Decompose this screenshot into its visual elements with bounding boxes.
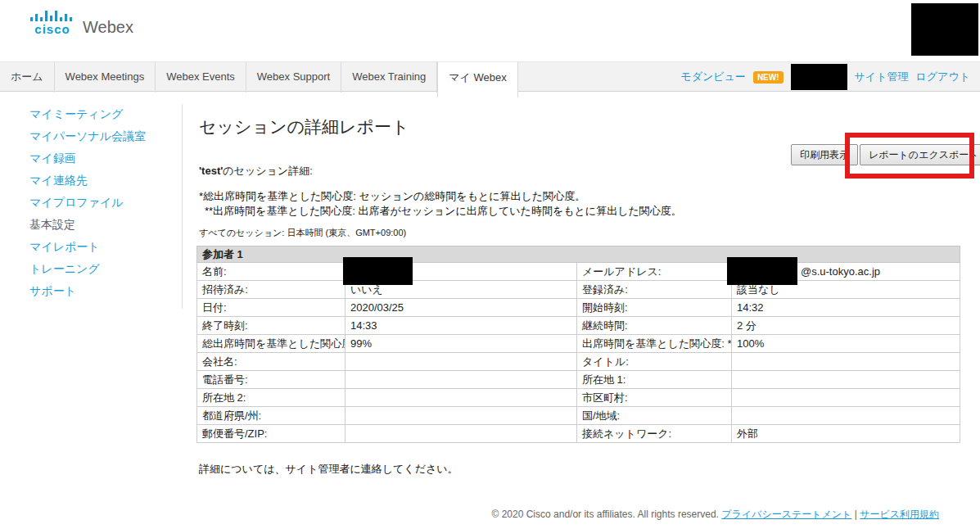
webex-logo-text: Webex: [83, 19, 133, 35]
nav-tab[interactable]: Webex Support: [246, 62, 341, 93]
table-row: 日付:2020/03/25開始時刻:14:32: [197, 299, 960, 317]
field-label: 名前:: [197, 263, 345, 281]
table-row: 招待済み:いいえ登録済み:該当なし: [197, 281, 960, 299]
field-value: 100%: [732, 335, 960, 353]
redacted-region: [911, 3, 978, 56]
table-row: 総出席時間を基準とした関心度: *99%出席時間を基準とした関心度: **100…: [197, 335, 960, 353]
attention-note-attended: **出席時間を基準とした関心度: 出席者がセッションに出席していた時間をもとに算…: [205, 204, 682, 219]
field-label: 国/地域:: [577, 407, 732, 425]
nav-tab[interactable]: Webex Meetings: [55, 62, 156, 93]
new-badge: NEW!: [753, 71, 784, 84]
participant-detail-table: 参加者 1 名前:メールアドレス:@s.u-tokyo.ac.jp招待済み:いい…: [196, 246, 960, 443]
copyright-text: © 2020 Cisco and/or its affiliates. All …: [491, 509, 718, 520]
contact-admin-note: 詳細については、サイト管理者に連絡してください。: [199, 462, 458, 477]
sidebar-link[interactable]: サポート: [29, 284, 76, 297]
sidebar-link[interactable]: トレーニング: [29, 262, 100, 275]
cisco-bars-icon: [29, 10, 75, 23]
sidebar-item: マイミーティング: [29, 106, 146, 118]
field-label: 招待済み:: [197, 281, 345, 299]
participant-header: 参加者 1: [197, 246, 960, 263]
field-value: [732, 389, 960, 407]
field-label: 日付:: [197, 299, 345, 317]
sidebar-link[interactable]: マイ連絡先: [29, 174, 88, 187]
field-label: 開始時刻:: [577, 299, 732, 317]
cisco-logo-text: cisco: [34, 23, 70, 35]
nav-tab[interactable]: Webex Training: [341, 62, 437, 93]
field-label: 継続時間:: [577, 317, 732, 335]
sidebar-link[interactable]: 基本設定: [29, 218, 75, 231]
field-label: メールアドレス:: [577, 263, 732, 281]
field-label: 電話番号:: [197, 371, 345, 389]
field-value: [732, 371, 960, 389]
sidebar-item: マイプロファイル: [29, 195, 146, 206]
sidebar-item: マイ録画: [29, 151, 146, 162]
nav-tab[interactable]: ホーム: [0, 62, 55, 93]
sidebar-link[interactable]: マイ録画: [29, 151, 76, 165]
field-label: 接続ネットワーク:: [577, 425, 732, 443]
logout-link[interactable]: ログアウト: [915, 70, 970, 84]
sidebar-link[interactable]: マイプロファイル: [29, 196, 124, 209]
sidebar-link[interactable]: マイパーソナル会議室: [29, 129, 146, 142]
table-row: 都道府県/州:国/地域:: [197, 407, 960, 425]
sidebar-link[interactable]: マイミーティング: [29, 107, 123, 120]
table-row: 電話番号:所在地 1:: [197, 371, 960, 389]
field-value: [345, 407, 577, 425]
field-label: 都道府県/州:: [197, 407, 345, 425]
site-admin-link[interactable]: サイト管理: [855, 70, 909, 84]
field-value: 2020/03/25: [345, 299, 577, 317]
sidebar-item: トレーニング: [29, 261, 146, 273]
attention-note-total: *総出席時間を基準とした関心度: セッションの総時間をもとに算出した関心度。: [199, 189, 585, 204]
sidebar-item: マイレポート: [29, 239, 146, 251]
field-label: 登録済み:: [577, 281, 732, 299]
sidebar-divider: [182, 104, 183, 309]
field-label: タイトル:: [577, 353, 732, 371]
footer-copyright: © 2020 Cisco and/or its affiliates. All …: [491, 508, 939, 522]
field-label: 会社名:: [197, 353, 345, 371]
redacted-email-local-part: [727, 257, 797, 285]
cisco-webex-logo: cisco Webex: [29, 10, 133, 35]
field-label: 出席時間を基準とした関心度: **: [577, 335, 732, 353]
field-value: [345, 389, 577, 407]
page-title: セッションの詳細レポート: [199, 115, 409, 138]
field-value: 14:32: [732, 299, 960, 317]
sidebar-item: マイパーソナル会議室: [29, 129, 146, 140]
terms-of-service-link[interactable]: サービス利用規約: [860, 509, 939, 520]
field-value: [345, 371, 577, 389]
primary-nav: ホームWebex MeetingsWebex EventsWebex Suppo…: [0, 61, 980, 92]
field-label: 市区町村:: [577, 389, 732, 407]
field-label: 所在地 2:: [197, 389, 345, 407]
table-row: 終了時刻:14:33継続時間:2 分: [197, 317, 960, 335]
privacy-statement-link[interactable]: プライバシーステートメント: [721, 509, 851, 520]
field-value: 2 分: [732, 317, 960, 335]
field-label: 郵便番号/ZIP:: [197, 425, 345, 443]
sidebar-item: マイ連絡先: [29, 173, 146, 184]
field-value: [345, 425, 577, 443]
footer-separator: |: [855, 509, 857, 520]
print-view-button[interactable]: 印刷用表示: [791, 144, 858, 165]
cisco-logo-block: cisco: [29, 10, 75, 35]
table-row: 所在地 2:市区町村:: [197, 389, 960, 407]
sidebar-item: 基本設定: [29, 217, 146, 228]
field-value: 99%: [345, 335, 577, 353]
table-row: 名前:メールアドレス:@s.u-tokyo.ac.jp: [197, 263, 960, 281]
table-header-row: 参加者 1: [197, 246, 960, 263]
field-value: 14:33: [345, 317, 577, 335]
sidebar-link[interactable]: マイレポート: [29, 240, 100, 253]
field-value: [732, 407, 960, 425]
redacted-participant-name: [343, 257, 413, 285]
session-intro: 'test'のセッション詳細:: [199, 164, 313, 179]
nav-tab[interactable]: Webex Events: [156, 62, 246, 93]
field-value: [732, 353, 960, 371]
field-label: 総出席時間を基準とした関心度: *: [197, 335, 345, 353]
sidebar-nav: マイミーティングマイパーソナル会議室マイ録画マイ連絡先マイプロファイル基本設定マ…: [29, 106, 146, 305]
webex-classic-page: cisco Webex ホームWebex MeetingsWebex Event…: [0, 0, 980, 529]
export-report-button[interactable]: レポートのエクスポート: [860, 144, 980, 165]
session-name: 'test': [199, 165, 223, 177]
timezone-note: すべてのセッション: 日本時間 (東京、GMT+09:00): [199, 227, 406, 239]
redacted-username: [791, 64, 847, 90]
modern-view-link[interactable]: モダンビュー: [680, 70, 746, 84]
nav-tab[interactable]: マイ Webex: [437, 62, 517, 97]
table-row: 会社名:タイトル:: [197, 353, 960, 371]
field-value: [345, 353, 577, 371]
field-value: 外部: [732, 425, 960, 443]
